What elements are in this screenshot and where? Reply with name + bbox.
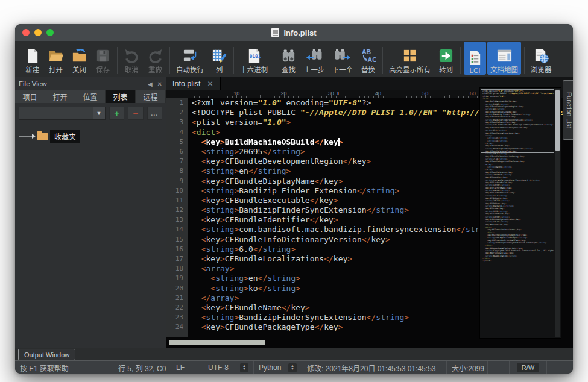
toolbar-button-label: 打开 [49,64,63,74]
find-previous-icon [306,48,323,64]
status-segment-7 [488,361,510,374]
favorites-dropdown[interactable]: ▼ [19,107,106,120]
line-number: 21 [166,293,188,303]
stepper-icon[interactable]: ▲▼ [240,363,248,372]
toolbar-button-label: 自动换行 [176,64,204,74]
window-title-group: Info.plist [271,28,316,37]
toolbar-button-go-to[interactable]: 转到 [435,42,457,75]
chevron-down-icon[interactable]: ▼ [93,107,105,119]
editor-pane: Info.plist ✕ 102030405060T 1<?xml versio… [166,77,573,348]
horizontal-scrollbar[interactable] [166,337,573,348]
document-map[interactable]: <?xml version="1.0" encoding="UTF-8"?><!… [479,87,561,339]
replace-icon: ABAC [360,48,376,64]
toolbar-button-hex-view[interactable]: 0101十六进制 [237,42,271,75]
toolbar-button-label: 新建 [25,64,39,74]
lci-doc-icon [467,50,483,66]
toolbar-button-word-wrap[interactable]: 自动换行 [173,42,207,75]
toolbar-button-document-map[interactable]: 文档地图 [487,42,521,75]
minimize-window-button[interactable] [34,29,42,36]
function-list-tab[interactable]: Function List [563,80,573,140]
toolbar-button-undo-arrow: 取消 [121,42,143,75]
open-folder-icon [48,48,64,64]
save-disk-icon [95,48,111,64]
file-view-tab-项目[interactable]: 项目 [15,90,45,103]
find-binoculars-icon [280,48,297,64]
status-text: LF [176,363,185,372]
line-number: 18 [166,264,188,274]
vertical-scrollbar-thumb[interactable] [555,90,560,151]
zoom-window-button[interactable] [46,29,54,36]
status-text: 按 F1 获取帮助 [20,363,69,373]
file-view-tab-打开[interactable]: 打开 [45,90,75,103]
status-text: 大小:2099 [452,363,484,373]
toolbar: 新建打开关闭保存取消重做自动换行列0101十六进制查找上一步下一个ABAC替换高… [15,41,573,77]
app-window: Info.plist 新建打开关闭保存取消重做自动换行列0101十六进制查找上一… [15,24,573,374]
status-segment-4[interactable]: Python▲▼ [254,361,302,374]
close-tab-icon[interactable]: ✕ [207,80,213,88]
toolbar-button-label: 列 [216,64,223,74]
hex-view-icon: 0101 [246,48,262,64]
line-number: 10 [166,186,188,196]
remove-favorite-button[interactable]: − [128,107,143,120]
vertical-scrollbar[interactable] [555,89,560,337]
toolbar-button-find-previous[interactable]: 上一步 [301,42,328,75]
toolbar-button-close-folder[interactable]: 关闭 [68,42,90,75]
toolbar-button-find-next[interactable]: 下一个 [329,42,356,75]
more-options-button[interactable]: ... [147,107,162,120]
toolbar-separator [460,47,461,74]
toolbar-button-column-edit[interactable]: 列 [208,42,230,75]
toolbar-button-lci-doc[interactable]: LCI [464,42,486,75]
toolbar-button-label: 保存 [96,64,110,74]
toolbar-button-find-binoculars[interactable]: 查找 [277,42,300,75]
document-map-viewport[interactable] [481,89,554,153]
status-segment-0: 按 F1 获取帮助 [15,361,113,374]
file-view-tab-远程[interactable]: 远程 [136,90,166,103]
toolbar-button-highlight-all[interactable]: 高亮显示所有 [386,42,434,75]
horizontal-scrollbar-thumb[interactable] [169,340,265,345]
collapse-panel-icon[interactable]: ◀ [148,81,153,87]
main-area: File View ◀ ✕ 项目打开位置列表远程 ▼ + − ... [15,77,573,348]
tab-label: Info.plist [172,80,201,88]
line-number: 13 [166,215,188,225]
status-segment-3[interactable]: UTF-8▲▼ [203,361,254,374]
stepper-icon[interactable]: ▲▼ [288,363,297,372]
text-caret [338,138,340,146]
ruler-cursor-marker: T [337,90,340,96]
status-segment-8[interactable]: R/W [510,361,547,374]
title-bar: Info.plist [15,24,573,41]
line-number: 1 [166,98,188,108]
file-view-tab-列表[interactable]: 列表 [106,90,136,103]
file-view-tabs: 项目打开位置列表远程 [15,90,166,103]
toolbar-separator [524,47,525,74]
status-text: Python [259,363,281,372]
tab-info-plist[interactable]: Info.plist ✕ [166,77,221,90]
close-window-button[interactable] [22,29,30,36]
line-number: 19 [166,274,188,283]
toolbar-button-label: 十六进制 [240,64,268,74]
line-number: 24 [166,322,188,332]
toolbar-button-label: 取消 [125,64,139,74]
desktop-background: Info.plist 新建打开关闭保存取消重做自动换行列0101十六进制查找上一… [0,0,588,382]
document-icon [271,28,279,37]
read-write-toggle[interactable]: R/W [517,363,539,372]
output-window-tab[interactable]: Output Window [18,349,75,360]
line-number: 5 [166,137,188,147]
toolbar-button-label: 关闭 [72,64,86,74]
toolbar-button-new-file[interactable]: 新建 [21,42,43,75]
new-file-icon [24,48,40,64]
line-number: 20 [166,284,188,293]
word-wrap-icon [182,48,198,64]
toolbar-button-browser-globe[interactable]: 浏览器 [528,42,555,75]
toolbar-button-open-folder[interactable]: 打开 [45,42,67,75]
add-favorite-button[interactable]: + [109,107,124,120]
toolbar-separator [274,47,274,74]
close-panel-icon[interactable]: ✕ [157,81,162,87]
line-number: 14 [166,225,188,234]
line-number: 2 [166,108,188,117]
toolbar-button-replace[interactable]: ABAC替换 [357,42,379,75]
tree-arrow-icon [32,134,36,139]
tree-item-favorites[interactable]: 收藏夹 [19,130,166,142]
file-view-tab-位置[interactable]: 位置 [75,90,106,103]
toolbar-button-save-disk: 保存 [92,42,114,75]
line-number: 4 [166,128,188,137]
